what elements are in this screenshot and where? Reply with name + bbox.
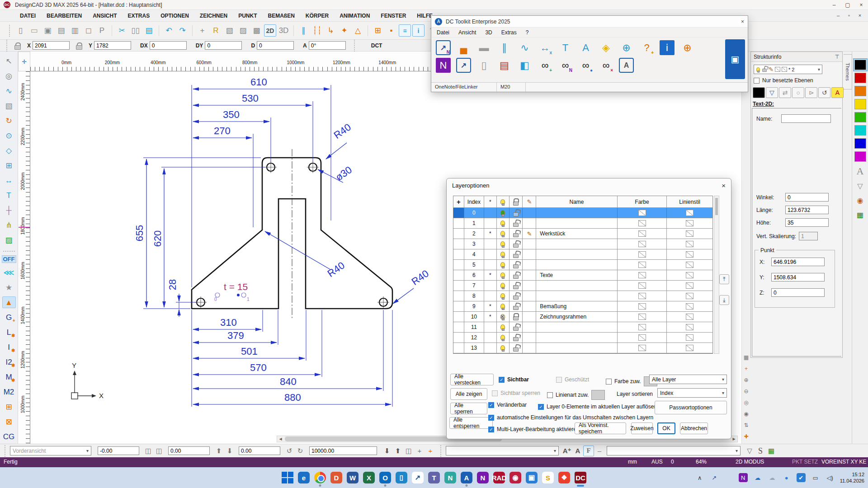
bulb-icon[interactable] — [500, 252, 505, 257]
pan-y-input[interactable] — [168, 446, 210, 455]
dx-input[interactable] — [150, 41, 187, 50]
panel-toggle-icon[interactable]: ≡ — [399, 24, 411, 37]
pin-icon[interactable]: ⊤ — [835, 54, 840, 60]
tray-network-icon[interactable]: ▭ — [811, 473, 820, 482]
lock-icon[interactable] — [513, 327, 519, 331]
color-swatch[interactable] — [638, 324, 646, 330]
linestyle-swatch[interactable] — [686, 293, 693, 299]
veraenderbar-checkbox[interactable]: ✓ — [488, 402, 494, 408]
scrollbar-thumb[interactable] — [715, 198, 718, 215]
rotate-cw-icon[interactable]: ↻ — [295, 446, 306, 456]
minimize-button[interactable]: – — [827, 0, 841, 9]
text-t-icon[interactable]: T — [558, 40, 573, 55]
bulb-icon[interactable] — [500, 345, 505, 351]
color-grid-icon[interactable]: ▦ — [854, 210, 866, 221]
linienart-swatch-button[interactable] — [591, 390, 605, 400]
zoom-tool-icon[interactable]: ◎ — [2, 70, 16, 82]
linestyle-swatch[interactable] — [686, 334, 693, 341]
off-toggle[interactable]: OFF — [2, 255, 16, 263]
tray-volume-icon[interactable]: ◁) — [826, 473, 835, 482]
layer0-checkbox[interactable]: ✓ — [538, 404, 544, 410]
linestyle-swatch[interactable] — [686, 324, 693, 330]
color-swatch[interactable] — [638, 282, 646, 289]
circle-icon[interactable]: ○ — [792, 87, 804, 98]
org-chart-icon[interactable]: ◧ — [517, 58, 532, 73]
linestyle-swatch[interactable] — [686, 230, 693, 237]
color-swatch[interactable] — [854, 86, 866, 96]
extrude-icon[interactable]: ▧ — [223, 24, 236, 37]
text-smaller-icon[interactable]: A — [572, 446, 583, 456]
tray-drop-icon[interactable]: ● — [782, 473, 791, 482]
pan-x-input[interactable] — [98, 446, 139, 455]
ruler-corner-button[interactable]: ✛ — [18, 52, 30, 71]
move-layer-up-button[interactable]: ⤒ — [719, 274, 729, 284]
bulb-icon[interactable] — [500, 293, 505, 299]
m2-snap-icon[interactable]: M2 — [2, 386, 16, 398]
layer-table-scrollbar[interactable] — [714, 196, 719, 354]
toolkit-close-button[interactable]: × — [741, 19, 744, 25]
linestyle-swatch[interactable] — [686, 220, 693, 226]
color-swatch[interactable] — [638, 314, 646, 320]
filter-combo[interactable]: Alle Layer▾ — [649, 375, 727, 384]
layer-state-combo[interactable]: ✎ * 2 ▾ — [754, 65, 822, 74]
color-swatch[interactable] — [638, 303, 646, 310]
color-swatch[interactable] — [638, 210, 646, 216]
notes-icon[interactable]: N — [444, 472, 456, 483]
layer-combo[interactable]: ▾ — [607, 446, 741, 455]
zoom-previous-icon[interactable]: ◉ — [742, 410, 750, 418]
print-preview-icon[interactable]: ◻ — [82, 24, 94, 37]
furniture-icon[interactable]: ▄ — [456, 40, 471, 55]
table-row[interactable]: 8 — [453, 291, 712, 301]
move-layer-down-button[interactable]: ⤓ — [719, 295, 729, 305]
a-input[interactable] — [309, 41, 346, 50]
table-row[interactable]: 2*✎Werkstück — [453, 229, 712, 239]
duckduckgo-icon[interactable]: D — [330, 472, 342, 483]
dc-toolkit-icon[interactable]: A — [461, 472, 472, 483]
start-button[interactable] — [282, 472, 293, 483]
zoom-down-icon[interactable]: ⬇ — [382, 446, 392, 456]
rotate-icon[interactable]: ↺ — [818, 87, 830, 98]
color-swatch[interactable] — [638, 293, 646, 299]
snap-grid-icon[interactable]: ┆┆ — [311, 24, 323, 37]
i-snap-icon[interactable]: I✱ — [2, 341, 16, 353]
camera-down-icon[interactable]: ⬇ — [224, 446, 235, 456]
linestyle-column-header[interactable]: Linienstil — [667, 196, 712, 207]
star-column-header[interactable]: * — [484, 196, 497, 207]
linestyle-swatch[interactable] — [686, 282, 693, 289]
mode-2d-button[interactable]: 2D — [264, 24, 276, 37]
bulb-icon[interactable] — [500, 314, 505, 319]
link-onenote-icon[interactable]: ∞N — [558, 58, 573, 73]
box-3d-icon[interactable]: ▨ — [237, 24, 249, 37]
farbe-zuw-checkbox[interactable] — [606, 379, 612, 385]
share-arrow-icon[interactable]: ↗ — [412, 472, 424, 483]
lock-icon[interactable] — [513, 337, 519, 341]
print-icon[interactable]: ▤ — [55, 24, 67, 37]
color-swatch[interactable] — [638, 241, 646, 247]
linestyle-swatch[interactable] — [686, 262, 693, 268]
lock-icon[interactable] — [513, 285, 519, 289]
text-tool-icon[interactable]: T — [2, 189, 16, 201]
camera-reset-icon[interactable]: ◫ — [403, 446, 414, 456]
paste-icon[interactable]: ▤ — [143, 24, 155, 37]
edge-icon[interactable]: e — [298, 472, 310, 483]
circle-tool-icon[interactable]: ⊙ — [2, 130, 16, 141]
show-all-button[interactable]: Alle zeigen — [450, 388, 487, 400]
color-swatch[interactable] — [638, 334, 646, 341]
onenote-icon[interactable]: N — [477, 472, 489, 483]
linestyle-swatch[interactable] — [686, 241, 693, 247]
info-toggle-icon[interactable]: i — [412, 24, 425, 37]
rotate-input[interactable] — [239, 446, 280, 455]
outlook-icon[interactable]: O — [379, 472, 391, 483]
zoom-in-icon[interactable]: ⊕ — [742, 376, 750, 384]
table-row[interactable]: 4 — [453, 249, 712, 260]
auto-checkbox[interactable]: ✓ — [488, 415, 494, 421]
phone-link-icon[interactable]: ▯ — [396, 472, 407, 483]
dialog-close-button[interactable]: × — [722, 182, 726, 189]
lock-icon[interactable] — [513, 223, 519, 227]
strukturinfo-header[interactable]: Strukturinfo ⊤ — [751, 52, 842, 62]
bulb-icon[interactable] — [500, 210, 505, 216]
table-row[interactable]: 3 — [453, 239, 712, 249]
y-input[interactable] — [94, 41, 131, 50]
camera-icon[interactable]: ◉ — [509, 472, 521, 483]
bulb-icon[interactable] — [500, 231, 505, 236]
